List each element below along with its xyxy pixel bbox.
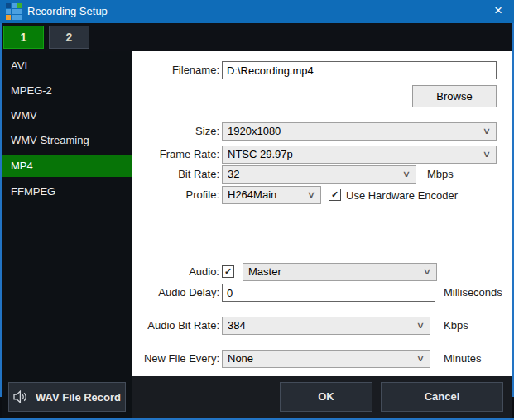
new-file-every-label: New File Every: <box>132 350 219 368</box>
new-file-every-dropdown[interactable]: None ∨ <box>222 350 430 368</box>
wav-file-record-label: WAV File Record <box>36 391 121 403</box>
tab-recorder-2[interactable]: 2 <box>49 26 89 49</box>
bit-rate-value: 32 <box>228 168 239 180</box>
audio-delay-input[interactable] <box>222 284 435 302</box>
audio-checkbox[interactable]: ✓ <box>222 265 234 278</box>
audio-delay-unit: Milliseconds <box>444 284 502 302</box>
frame-rate-value: NTSC 29.97p <box>228 148 293 160</box>
close-icon[interactable]: × <box>484 0 512 23</box>
chevron-down-icon: ∨ <box>416 321 425 330</box>
profile-label: Profile: <box>132 186 219 204</box>
profile-dropdown[interactable]: H264Main ∨ <box>222 186 321 204</box>
tab-recorder-1[interactable]: 1 <box>3 26 44 49</box>
chevron-down-icon: ∨ <box>483 126 491 136</box>
new-file-every-unit: Minutes <box>444 350 482 368</box>
format-sidebar: AVI MPEG-2 WMV WMV Streaming MP4 FFMPEG <box>2 51 132 418</box>
audio-bit-rate-unit: Kbps <box>444 317 468 335</box>
profile-value: H264Main <box>228 189 276 201</box>
tab-strip: 1 2 <box>2 23 512 51</box>
speaker-icon <box>13 390 28 403</box>
size-dropdown[interactable]: 1920x1080 ∨ <box>222 122 497 141</box>
audio-source-dropdown[interactable]: Master ∨ <box>243 263 437 281</box>
new-file-every-value: None <box>228 352 253 365</box>
chevron-down-icon: ∨ <box>307 190 315 199</box>
size-label: Size: <box>132 122 219 141</box>
sidebar-item-wmv[interactable]: WMV <box>2 103 132 128</box>
bit-rate-dropdown[interactable]: 32 ∨ <box>222 165 416 184</box>
bit-rate-unit: Mbps <box>427 165 454 184</box>
audio-label: Audio: <box>132 263 219 281</box>
browse-button[interactable]: Browse <box>412 85 497 107</box>
sidebar-item-avi[interactable]: AVI <box>2 54 132 79</box>
sidebar-item-ffmpeg[interactable]: FFMPEG <box>2 179 132 204</box>
settings-panel: Filename: Browse Size: 1920x1080 ∨ Frame… <box>132 51 512 376</box>
sidebar-item-mpeg2[interactable]: MPEG-2 <box>2 79 132 103</box>
chevron-down-icon: ∨ <box>483 150 491 159</box>
sidebar-item-mp4[interactable]: MP4 <box>2 155 132 177</box>
audio-source-value: Master <box>248 265 281 278</box>
hardware-encoder-checkbox[interactable]: ✓ <box>329 189 341 201</box>
recording-setup-dialog: Recording Setup × 1 2 AVI MPEG-2 WMV WMV… <box>0 0 514 420</box>
filename-input[interactable] <box>222 61 497 79</box>
frame-rate-label: Frame Rate: <box>132 146 219 164</box>
chevron-down-icon: ∨ <box>402 169 411 179</box>
chevron-down-icon: ∨ <box>416 354 425 363</box>
cancel-button[interactable]: Cancel <box>381 382 503 412</box>
audio-bit-rate-dropdown[interactable]: 384 ∨ <box>222 317 430 335</box>
ok-button[interactable]: OK <box>280 382 372 412</box>
audio-bit-rate-value: 384 <box>228 319 246 332</box>
audio-bit-rate-label: Audio Bit Rate: <box>132 317 219 335</box>
filename-label: Filename: <box>132 61 219 79</box>
audio-delay-label: Audio Delay: <box>132 284 219 302</box>
app-logo-icon <box>6 3 22 20</box>
size-value: 1920x1080 <box>228 125 281 137</box>
bit-rate-label: Bit Rate: <box>132 165 219 184</box>
hardware-encoder-label: Use Hardware Encoder <box>346 187 458 205</box>
window-title: Recording Setup <box>27 0 108 23</box>
chevron-down-icon: ∨ <box>423 267 431 276</box>
wav-file-record-button[interactable]: WAV File Record <box>8 382 126 412</box>
sidebar-item-wmv-streaming[interactable]: WMV Streaming <box>2 128 132 153</box>
frame-rate-dropdown[interactable]: NTSC 29.97p ∨ <box>222 146 497 164</box>
titlebar: Recording Setup × <box>0 0 514 23</box>
